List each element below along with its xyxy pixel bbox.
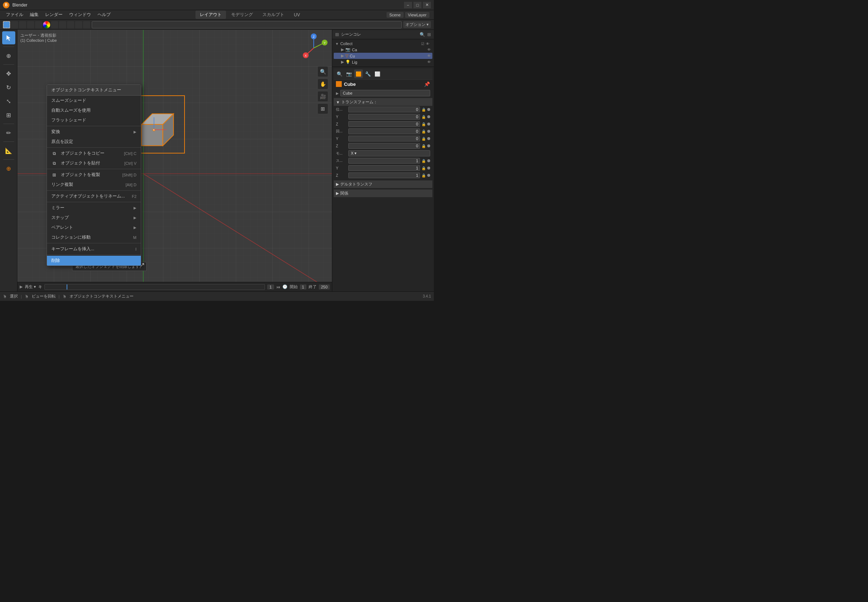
material-props-btn[interactable]: ⬜	[373, 69, 382, 78]
position-x-input[interactable]	[348, 107, 420, 112]
measure-tool-btn[interactable]: 📐	[2, 144, 15, 157]
light-eye-btn[interactable]: 👁	[427, 60, 431, 64]
outliner-filter-btn[interactable]: ⊞	[427, 32, 431, 37]
menu-edit[interactable]: 編集	[27, 11, 42, 18]
viewport[interactable]: ▦ オブジェク... ビュー 選択 追加 オブジェクト グロ... ▾ ⊙ ◎ …	[17, 30, 332, 291]
tab-layout[interactable]: レイアウト	[195, 11, 226, 19]
ctx-set-origin[interactable]: 原点を設定	[47, 137, 141, 147]
pos-x-lock[interactable]: 🔒	[422, 108, 426, 112]
collection-eye[interactable]: 👁	[426, 42, 429, 46]
modifier-props-btn[interactable]: 🔧	[363, 69, 372, 78]
menu-help[interactable]: ヘルプ	[95, 11, 114, 18]
ctx-smooth-shade[interactable]: スムーズシェード	[47, 96, 141, 106]
grid-btn[interactable]: ⊞	[317, 103, 328, 114]
scale-z-input[interactable]	[348, 172, 420, 178]
transform-tool-btn[interactable]: ⊞	[2, 108, 15, 121]
relations-header[interactable]: ▶ 関係	[334, 189, 432, 197]
tool2[interactable]	[11, 21, 18, 28]
tab-uv[interactable]: UV	[289, 11, 304, 18]
scale-tool-btn[interactable]: ⤡	[2, 95, 15, 108]
add-object-btn[interactable]: ⊕	[2, 162, 15, 175]
tool7[interactable]	[59, 21, 66, 28]
ctx-duplicate-object[interactable]: ⊞オブジェクトを複製 [Shift] D	[47, 170, 141, 180]
ctx-flat-shade[interactable]: フラットシェード	[47, 115, 141, 125]
tab-modeling[interactable]: モデリング	[227, 11, 257, 19]
position-y-input[interactable]	[348, 114, 420, 120]
move-tool-btn[interactable]: ✥	[2, 67, 15, 80]
options-btn[interactable]: オプション ▾	[403, 21, 431, 28]
ctx-transform[interactable]: 変換 ▶	[47, 127, 141, 137]
ctx-paste-object[interactable]: ⧉オブジェクトを貼付 [Ctrl] V	[47, 158, 141, 168]
tool9[interactable]	[75, 21, 82, 28]
keyframe-btn[interactable]: キ	[38, 284, 42, 290]
render-props-btn[interactable]: 📷	[345, 69, 353, 78]
minimize-button[interactable]: −	[404, 2, 412, 8]
scale-y-input[interactable]	[348, 165, 420, 171]
collection-header[interactable]: ▼ Collect ☑ 👁	[334, 41, 432, 46]
delta-transform-header[interactable]: ▶ デルタトランスフ	[334, 180, 432, 188]
pos-y-lock[interactable]: 🔒	[422, 115, 426, 119]
tool10[interactable]	[83, 21, 90, 28]
rot-x-lock[interactable]: 🔒	[422, 129, 426, 134]
object-props-btn[interactable]: 🟧	[354, 69, 363, 78]
rotation-x-input[interactable]	[348, 128, 420, 134]
scale-x-lock[interactable]: 🔒	[422, 159, 426, 163]
rotation-z-input[interactable]	[348, 143, 420, 149]
search-bar[interactable]	[92, 21, 402, 28]
props-pin-btn[interactable]: 📌	[424, 81, 430, 87]
cube-eye-btn[interactable]: 👁	[427, 54, 431, 58]
menu-file[interactable]: ファイル	[3, 11, 26, 18]
maximize-button[interactable]: □	[414, 2, 422, 8]
mesh-name-input[interactable]: Cube	[340, 90, 430, 97]
ctx-mirror[interactable]: ミラー ▶	[47, 203, 141, 213]
rot-y-lock[interactable]: 🔒	[422, 137, 426, 141]
timeline-bar[interactable]	[45, 284, 265, 290]
rotation-y-input[interactable]	[348, 136, 420, 141]
ctx-auto-smooth[interactable]: 自動スムーズを使用	[47, 106, 141, 115]
scale-y-lock[interactable]: 🔒	[422, 166, 426, 170]
menu-render[interactable]: レンダー	[42, 11, 66, 18]
mode-dropdown[interactable]: X ▾	[348, 150, 430, 157]
ctx-snap[interactable]: スナップ ▶	[47, 213, 141, 223]
scale-x-input[interactable]	[348, 158, 420, 164]
view-layer-selector[interactable]: ViewLayer	[405, 12, 429, 18]
tree-item-cube[interactable]: ▶ ▽ Cu 👁	[334, 53, 432, 59]
ctx-parent[interactable]: ペアレント ▶	[47, 223, 141, 232]
viewport-gizmo[interactable]: Z Y X	[299, 34, 328, 63]
transform-header[interactable]: ▼ トランスフォーム：	[334, 98, 432, 106]
tool4[interactable]	[27, 21, 34, 28]
current-frame[interactable]: 1	[267, 284, 274, 290]
play-btn[interactable]: 再生 ▾	[25, 284, 36, 290]
scale-z-lock[interactable]: 🔒	[422, 174, 426, 178]
play-back-btn[interactable]: ⏮	[276, 285, 280, 289]
scene-props-btn[interactable]: 🔍	[335, 69, 344, 78]
rot-z-lock[interactable]: 🔒	[422, 144, 426, 148]
cursor-tool-btn[interactable]: ⊕	[2, 49, 15, 62]
select-tool-btn[interactable]	[2, 31, 15, 45]
collection-checkbox[interactable]: ☑	[421, 42, 424, 46]
tree-item-camera[interactable]: ▶ 📷 Ca 👁	[334, 46, 432, 53]
hand-tool-btn[interactable]: ✋	[317, 78, 328, 89]
ctx-copy-object[interactable]: ⧉オブジェクトをコピー [Ctrl] C	[47, 148, 141, 158]
select-box-tool[interactable]	[3, 21, 10, 28]
camera-eye-btn[interactable]: 👁	[427, 48, 431, 52]
close-button[interactable]: ✕	[423, 2, 431, 8]
tool3[interactable]	[19, 21, 26, 28]
position-z-input[interactable]	[348, 121, 420, 127]
tool6[interactable]	[51, 21, 58, 28]
outliner-search-btn[interactable]: 🔍	[420, 32, 425, 37]
pos-z-lock[interactable]: 🔒	[422, 122, 426, 126]
camera-btn[interactable]: 🎥	[317, 91, 328, 102]
end-frame[interactable]: 250	[319, 284, 330, 290]
ctx-link-duplicate[interactable]: リンク複製 [Alt] D	[47, 180, 141, 189]
rotate-tool-btn[interactable]: ↻	[2, 81, 15, 94]
ctx-insert-keyframe[interactable]: キーフレームを挿入... I	[47, 244, 141, 254]
tab-sculpt[interactable]: スカルプト	[258, 11, 289, 19]
ctx-rename-active[interactable]: アクティブオブジェクトをリネーム... F2	[47, 191, 141, 201]
tree-item-light[interactable]: ▶ 💡 Lig 👁	[334, 59, 432, 65]
annotate-tool-btn[interactable]: ✏	[2, 126, 15, 139]
menu-window[interactable]: ウィンドウ	[66, 11, 94, 18]
start-frame[interactable]: 1	[300, 284, 306, 290]
zoom-in-btn[interactable]: 🔍	[317, 66, 328, 77]
ctx-move-to-collection[interactable]: コレクションに移動 M	[47, 232, 141, 242]
